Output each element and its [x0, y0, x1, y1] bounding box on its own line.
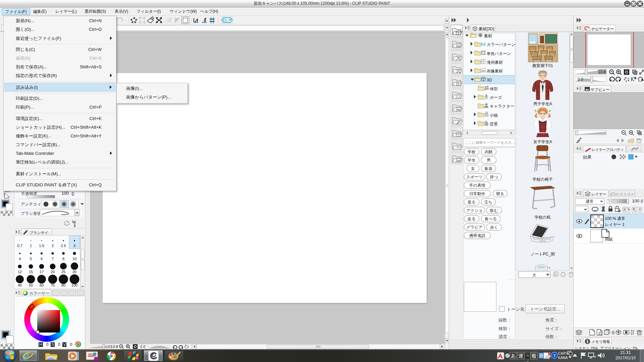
svg-text:15: 15 [29, 270, 33, 274]
svg-text:13.8: 13.8 [111, 345, 118, 349]
svg-text:5: 5 [30, 257, 32, 261]
svg-text:キャラクター: キャラクター [490, 104, 514, 109]
svg-text:80: 80 [61, 283, 65, 287]
svg-text:70: 70 [51, 283, 55, 287]
svg-text:単色パターン: 単色パターン [487, 51, 511, 56]
svg-text:2: 2 [52, 244, 54, 248]
svg-text:17: 17 [40, 270, 44, 274]
svg-text:カラーパターン: カラーパターン [487, 42, 515, 47]
svg-text:6: 6 [41, 257, 43, 261]
svg-text:4: 4 [19, 257, 21, 261]
svg-text:1: 1 [30, 244, 32, 248]
svg-text:8: 8 [62, 257, 64, 261]
svg-text:25: 25 [61, 270, 65, 274]
svg-text:?: ? [553, 353, 556, 358]
svg-text:7: 7 [52, 257, 54, 261]
svg-text:40: 40 [18, 283, 22, 287]
svg-text:12: 12 [18, 270, 22, 274]
svg-text:20: 20 [51, 270, 55, 274]
svg-text:CL:P: CL:P [223, 18, 231, 22]
svg-text:3: 3 [73, 244, 75, 248]
svg-text:漫画素材: 漫画素材 [487, 60, 503, 65]
svg-text:小物: 小物 [490, 113, 498, 118]
svg-text:ポーズ: ポーズ [490, 95, 502, 100]
svg-text:1.5: 1.5 [39, 244, 44, 248]
svg-text:体型: 体型 [490, 86, 498, 91]
svg-text:60: 60 [40, 283, 44, 287]
svg-text:素材: 素材 [484, 34, 492, 38]
svg-text:100: 100 [71, 283, 77, 287]
svg-text:0.7: 0.7 [17, 244, 22, 248]
svg-text:0.0: 0.0 [140, 345, 146, 349]
svg-text:13.8: 13.8 [598, 70, 606, 74]
svg-text:画像素材: 画像素材 [487, 69, 503, 73]
svg-text:10: 10 [72, 257, 76, 261]
svg-text:0.0: 0.0 [578, 77, 583, 82]
svg-text:50: 50 [29, 283, 33, 287]
svg-text:2.5: 2.5 [61, 244, 66, 248]
svg-text:30: 30 [72, 270, 76, 274]
svg-text:背景: 背景 [490, 122, 498, 126]
svg-text:3D: 3D [487, 78, 492, 82]
